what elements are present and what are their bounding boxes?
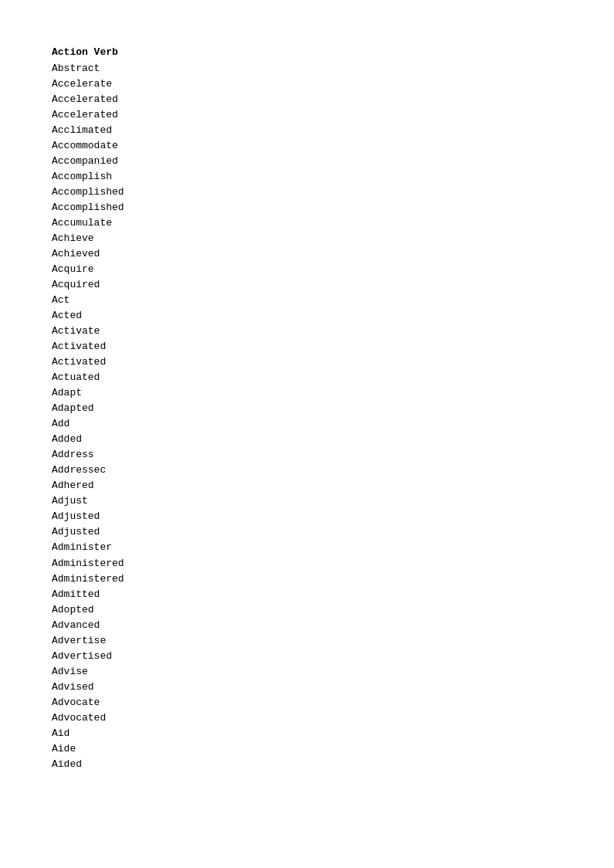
list-item: Acquired [52, 277, 562, 293]
list-item: Advise [52, 664, 562, 680]
list-item: Admitted [52, 587, 562, 602]
list-item: Advised [52, 680, 562, 695]
list-item: Aide [52, 741, 562, 757]
list-item: Advanced [52, 618, 562, 633]
list-item: Accelerate [52, 76, 562, 92]
list-item: Administered [52, 556, 562, 571]
list-item: Act [52, 293, 562, 308]
list-item: Acquire [52, 262, 562, 277]
list-item: Adhered [52, 478, 562, 493]
action-verb-list: AbstractAccelerateAcceleratedAccelerated… [52, 61, 562, 772]
list-item: Accumulate [52, 215, 562, 231]
list-item: Advocated [52, 710, 562, 726]
list-item: Added [52, 432, 562, 447]
list-item: Acclimated [52, 123, 562, 138]
list-item: Accomplished [52, 200, 562, 215]
list-item: Acted [52, 308, 562, 324]
list-item: Actuated [52, 370, 562, 385]
list-item: Advocate [52, 695, 562, 710]
list-item: Administered [52, 571, 562, 587]
list-item: Aided [52, 757, 562, 772]
list-item: Adjust [52, 493, 562, 509]
list-item: Activated [52, 354, 562, 370]
list-item: Adopted [52, 602, 562, 618]
list-item: Accomplished [52, 185, 562, 200]
list-item: Addressec [52, 463, 562, 478]
list-item: Aid [52, 726, 562, 741]
list-item: Achieved [52, 246, 562, 262]
list-item: Adjusted [52, 509, 562, 524]
list-item: Accelerated [52, 92, 562, 107]
list-item: Advertised [52, 649, 562, 664]
list-item: Activated [52, 339, 562, 354]
list-item: Accommodate [52, 138, 562, 154]
column-header: Action Verb [52, 46, 562, 58]
list-item: Accomplish [52, 169, 562, 185]
list-item: Adjusted [52, 524, 562, 540]
list-item: Achieve [52, 231, 562, 246]
list-item: Advertise [52, 633, 562, 649]
list-item: Adapted [52, 401, 562, 416]
list-item: Address [52, 447, 562, 463]
page-container: Action Verb AbstractAccelerateAccelerate… [52, 46, 562, 772]
list-item: Add [52, 416, 562, 432]
list-item: Accompanied [52, 154, 562, 169]
list-item: Accelerated [52, 107, 562, 123]
list-item: Abstract [52, 61, 562, 76]
list-item: Administer [52, 540, 562, 555]
list-item: Adapt [52, 385, 562, 401]
list-item: Activate [52, 324, 562, 339]
